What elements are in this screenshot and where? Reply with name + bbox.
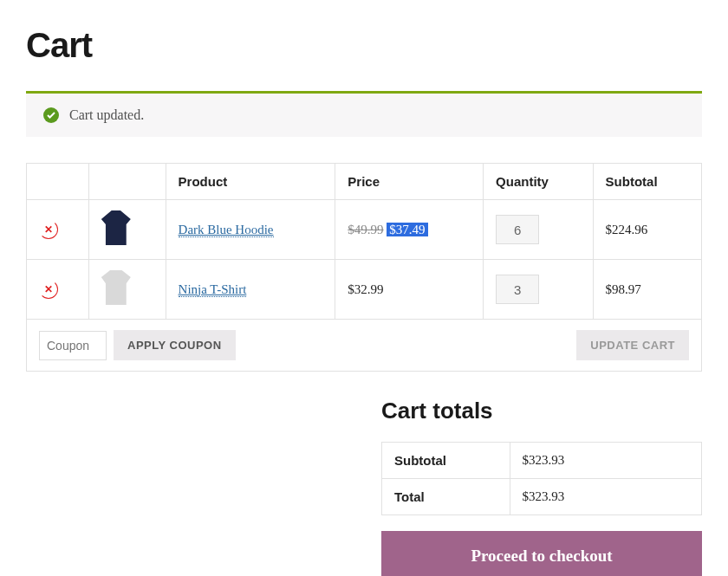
check-icon bbox=[43, 107, 59, 123]
coupon-input[interactable] bbox=[39, 331, 107, 360]
cart-row: Ninja T-Shirt $32.99 $98.97 bbox=[27, 260, 702, 320]
remove-button[interactable] bbox=[39, 280, 58, 299]
price-cell: $32.99 bbox=[335, 260, 484, 320]
product-link[interactable]: Dark Blue Hoodie bbox=[179, 223, 274, 237]
update-cart-button[interactable]: Update Cart bbox=[576, 330, 689, 360]
col-price: Price bbox=[335, 164, 484, 200]
price-sale: $37.49 bbox=[387, 223, 427, 236]
totals-table: Subtotal $323.93 Total $323.93 bbox=[381, 442, 702, 515]
subtotal-label: Subtotal bbox=[382, 443, 510, 479]
col-quantity: Quantity bbox=[484, 164, 594, 200]
product-link[interactable]: Ninja T-Shirt bbox=[179, 282, 247, 297]
notice-banner: Cart updated. bbox=[26, 91, 702, 137]
cart-table: Product Price Quantity Subtotal Dark Blu… bbox=[26, 163, 702, 372]
col-product: Product bbox=[166, 164, 335, 200]
notice-text: Cart updated. bbox=[69, 107, 144, 123]
subtotal-cell: $98.97 bbox=[593, 260, 701, 320]
subtotal-value: $323.93 bbox=[510, 443, 701, 479]
cart-row: Dark Blue Hoodie $49.99 $37.49 $224.96 bbox=[27, 200, 702, 260]
page-title: Cart bbox=[26, 26, 702, 65]
quantity-input[interactable] bbox=[496, 275, 539, 304]
col-thumb bbox=[88, 164, 166, 200]
col-remove bbox=[27, 164, 89, 200]
col-subtotal: Subtotal bbox=[593, 164, 701, 200]
product-thumbnail[interactable] bbox=[101, 270, 131, 305]
total-label: Total bbox=[382, 479, 510, 515]
cart-totals: Cart totals Subtotal $323.93 Total $323.… bbox=[381, 398, 702, 576]
totals-title: Cart totals bbox=[381, 398, 702, 424]
subtotal-cell: $224.96 bbox=[593, 200, 701, 260]
remove-button[interactable] bbox=[39, 220, 58, 239]
quantity-input[interactable] bbox=[496, 215, 539, 244]
checkout-button[interactable]: Proceed to checkout bbox=[381, 531, 702, 576]
product-thumbnail[interactable] bbox=[101, 210, 131, 245]
actions-row: Apply Coupon Update Cart bbox=[27, 320, 702, 372]
price-original: $49.99 bbox=[348, 223, 383, 236]
total-value: $323.93 bbox=[510, 479, 701, 515]
apply-coupon-button[interactable]: Apply Coupon bbox=[114, 330, 236, 360]
price-cell: $49.99 $37.49 bbox=[335, 200, 484, 260]
